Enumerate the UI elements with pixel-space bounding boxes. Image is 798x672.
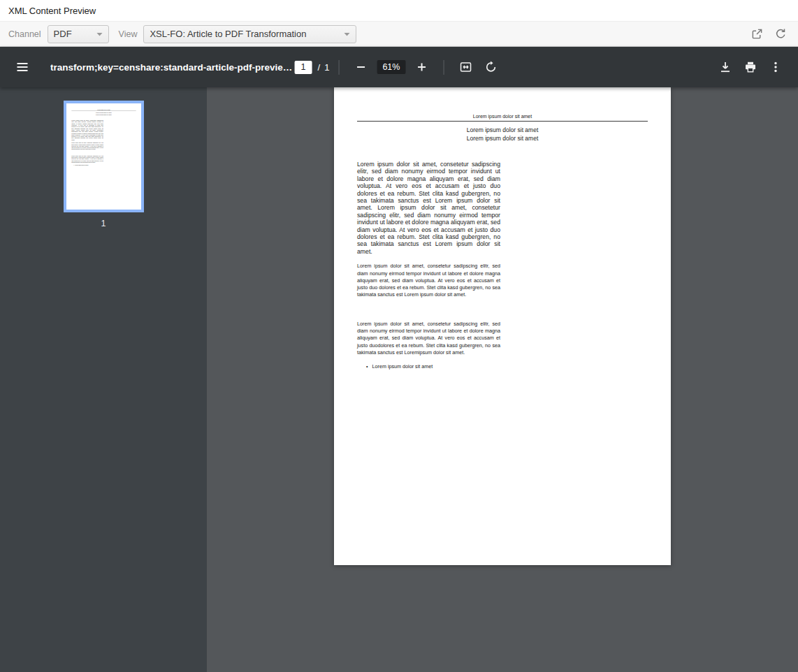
channel-label: Channel (8, 29, 41, 39)
doc-bullet-text: Lorem ipsum dolor sit amet (75, 165, 88, 166)
doc-paragraph: Lorem ipsum dolor sit amet, consetetur s… (71, 155, 103, 163)
channel-bar: Channel PDF View XSL-FO: Article to PDF … (0, 21, 798, 47)
channel-select-value: PDF (54, 29, 72, 39)
pdf-toolbar-right (713, 54, 788, 80)
thumbnail-sidebar: Lorem ipsum dolor sit amet Lorem ipsum d… (0, 87, 207, 672)
app-header: XML Content Preview (0, 0, 798, 21)
toolbar-divider (338, 60, 339, 75)
minus-icon (356, 62, 365, 72)
doc-rule (357, 121, 648, 122)
open-in-new-button[interactable] (748, 25, 766, 43)
doc-bullet-item: • Lorem ipsum dolor sit amet (73, 165, 103, 166)
rotate-icon (484, 61, 497, 73)
refresh-icon (775, 28, 787, 40)
more-vert-icon (769, 61, 782, 73)
refresh-button[interactable] (771, 25, 790, 43)
doc-paragraph: Lorem ipsum dolor sit amet, consetetur s… (357, 321, 500, 356)
fit-to-page-button[interactable] (453, 54, 478, 80)
chevron-down-icon (344, 32, 350, 36)
doc-paragraph: Lorem ipsum dolor sit amet, consetetur s… (357, 263, 500, 298)
toolbar-divider (443, 60, 444, 75)
page-thumbnail-clip: Lorem ipsum dolor sit amet Lorem ipsum d… (66, 103, 141, 210)
print-icon (744, 61, 757, 73)
pdf-viewport: Lorem ipsum dolor sit amet Lorem ipsum d… (207, 87, 798, 672)
rotate-button[interactable] (478, 54, 503, 80)
thumbnail-page-number: 1 (101, 219, 106, 228)
page-count-separator: / (318, 62, 321, 73)
open-in-new-icon (751, 28, 763, 40)
doc-title-line2: Lorem ipsum dolor sit amet (66, 114, 141, 116)
fit-to-page-icon (459, 61, 472, 73)
chevron-down-icon (96, 32, 103, 36)
sidebar-toggle-button[interactable] (10, 54, 35, 80)
page-count-total: 1 (324, 62, 329, 73)
bullet-icon: • (73, 165, 74, 166)
download-icon (719, 61, 732, 73)
view-select[interactable]: XSL-FO: Article to PDF Transformation (143, 25, 356, 43)
doc-running-head: Lorem ipsum dolor sit amet (334, 114, 671, 119)
pdf-toolbar-center: 1 / 1 61% (295, 54, 504, 80)
page-thumbnail[interactable]: Lorem ipsum dolor sit amet Lorem ipsum d… (64, 101, 144, 212)
zoom-in-button[interactable] (409, 54, 434, 80)
pdf-page-mini: Lorem ipsum dolor sit amet Lorem ipsum d… (66, 103, 141, 210)
doc-bullet-item: • Lorem ipsum dolor sit amet (366, 363, 500, 370)
doc-title-line2: Lorem ipsum dolor sit amet (334, 134, 671, 143)
bullet-icon: • (366, 363, 368, 370)
print-button[interactable] (738, 54, 763, 80)
zoom-out-button[interactable] (348, 54, 373, 80)
plus-icon (416, 62, 426, 72)
pdf-page: Lorem ipsum dolor sit amet Lorem ipsum d… (334, 87, 671, 565)
channel-select[interactable]: PDF (48, 25, 109, 43)
doc-paragraph: Lorem ipsum dolor sit amet, consetetur s… (357, 161, 500, 255)
zoom-level-display: 61% (377, 60, 405, 74)
doc-bullet-text: Lorem ipsum dolor sit amet (372, 363, 433, 370)
doc-paragraph: Lorem ipsum dolor sit amet, consetetur s… (71, 119, 103, 140)
view-label: View (119, 29, 138, 39)
app-window: XML Content Preview Channel PDF View XSL… (0, 0, 798, 672)
doc-title-line1: Lorem ipsum dolor sit amet (334, 126, 671, 134)
more-options-button[interactable] (763, 54, 788, 80)
download-button[interactable] (713, 54, 738, 80)
view-select-value: XSL-FO: Article to PDF Transformation (150, 29, 306, 39)
document-filename: transform;key=censhare:standard-article-… (50, 62, 292, 73)
pdf-toolbar: transform;key=censhare:standard-article-… (0, 47, 798, 87)
doc-paragraph: Lorem ipsum dolor sit amet, consetetur s… (71, 143, 103, 150)
page-title: XML Content Preview (8, 6, 96, 16)
menu-icon (16, 61, 29, 73)
page-number-input[interactable]: 1 (295, 61, 312, 74)
pdf-viewer: Lorem ipsum dolor sit amet Lorem ipsum d… (0, 87, 798, 672)
